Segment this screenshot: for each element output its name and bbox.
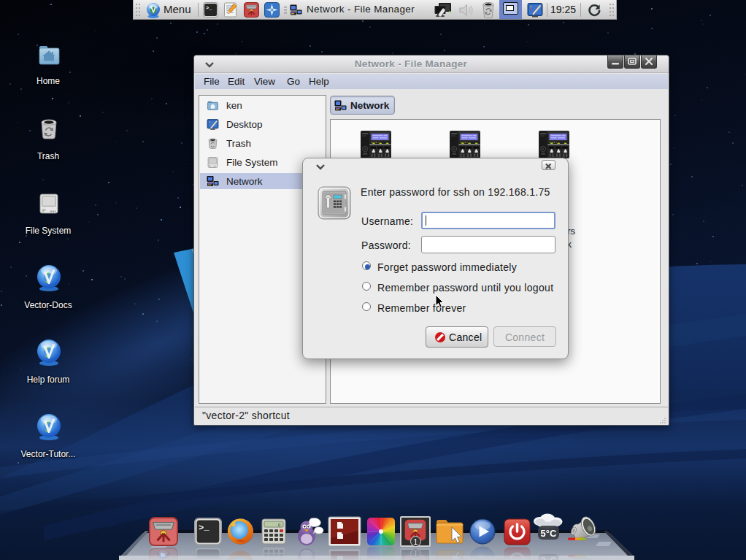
svg-text:5°C: 5°C	[541, 528, 557, 539]
svg-text:>_: >_	[199, 523, 209, 533]
svg-text:>_: >_	[206, 5, 212, 11]
